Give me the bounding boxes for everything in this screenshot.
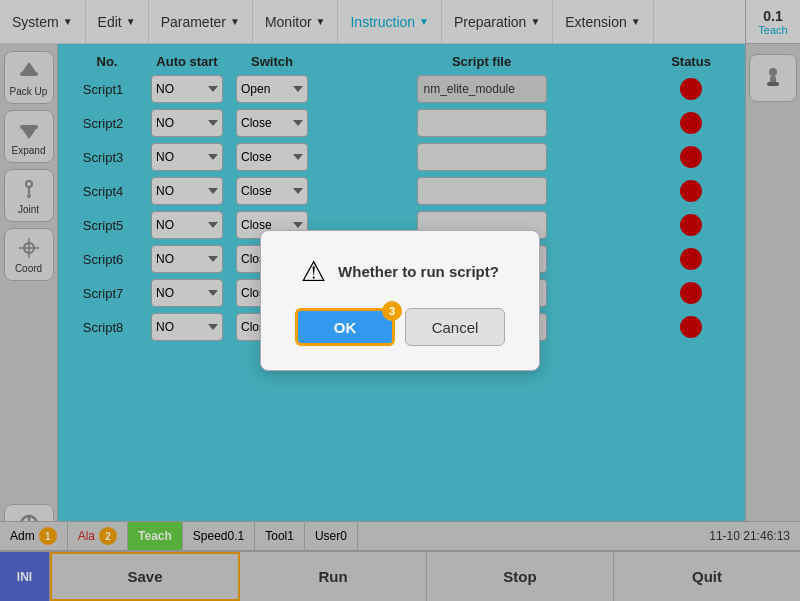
dialog-cancel-button[interactable]: Cancel — [405, 308, 505, 346]
dialog-ok-badge: 3 — [382, 301, 402, 321]
dialog-buttons: OK 3 Cancel — [295, 308, 505, 346]
dialog-cancel-label: Cancel — [432, 319, 479, 336]
dialog-title-row: ⚠ Whether to run script? — [301, 255, 499, 288]
warning-icon: ⚠ — [301, 255, 326, 288]
dialog-message: Whether to run script? — [338, 263, 499, 280]
dialog-ok-label: OK — [334, 319, 357, 336]
dialog-ok-button[interactable]: OK 3 — [295, 308, 395, 346]
dialog-box: ⚠ Whether to run script? OK 3 Cancel — [260, 230, 540, 371]
dialog-overlay: ⚠ Whether to run script? OK 3 Cancel — [0, 0, 800, 601]
